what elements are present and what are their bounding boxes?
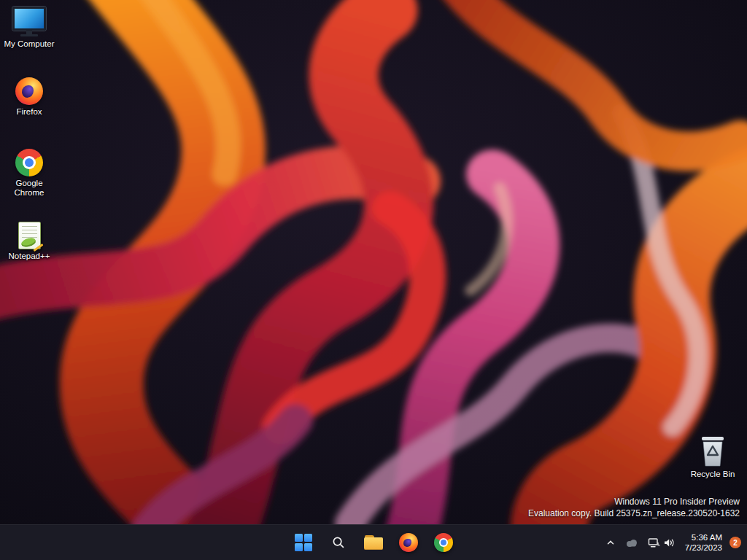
icon-label-recycle-bin: Recycle Bin: [684, 470, 741, 479]
wallpaper-art: [0, 0, 747, 525]
my-computer-icon: [12, 6, 46, 37]
desktop-area[interactable]: My Computer Firefox Google Chrome Notepa…: [0, 0, 747, 525]
icon-label-firefox: Firefox: [1, 107, 58, 117]
notepad-plus-plus-icon: [18, 222, 41, 249]
desktop-icon-google-chrome[interactable]: Google Chrome: [1, 149, 58, 198]
icon-label-google-chrome: Google Chrome: [1, 179, 58, 198]
taskbar-firefox-button[interactable]: [394, 528, 423, 557]
folder-icon: [364, 535, 383, 551]
taskbar-center-group: [289, 525, 458, 560]
notification-badge[interactable]: 2: [729, 537, 741, 548]
clock-date: 7/23/2023: [685, 542, 722, 553]
desktop-icon-notepad-plus-plus[interactable]: Notepad++: [1, 222, 58, 261]
onedrive-cloud-icon: [624, 537, 639, 548]
chrome-icon: [434, 533, 453, 552]
clock-time: 5:36 AM: [685, 532, 722, 542]
taskbar-chrome-button[interactable]: [429, 528, 458, 557]
file-explorer-button[interactable]: [359, 528, 388, 557]
windows-11-desktop: { "desktop": { "icons": [ { "id": "my-co…: [0, 0, 747, 560]
desktop-icon-firefox[interactable]: Firefox: [1, 77, 58, 117]
icon-label-notepad-plus-plus: Notepad++: [1, 252, 58, 261]
volume-icon: [663, 537, 676, 548]
system-tray: 5:36 AM 7/23/2023 2: [602, 525, 744, 560]
evaluation-watermark: Windows 11 Pro Insider Preview Evaluatio…: [528, 496, 740, 519]
network-icon: [648, 537, 660, 548]
start-button[interactable]: [289, 528, 318, 557]
watermark-line1: Windows 11 Pro Insider Preview: [528, 496, 740, 508]
desktop-icon-recycle-bin[interactable]: Recycle Bin: [684, 435, 741, 479]
firefox-icon: [15, 77, 43, 105]
icon-label-my-computer: My Computer: [1, 39, 58, 49]
windows-logo-icon: [295, 534, 312, 551]
taskbar: 5:36 AM 7/23/2023 2: [0, 524, 747, 560]
watermark-line2: Evaluation copy. Build 25375.zn_release.…: [528, 508, 740, 519]
onedrive-tray-button[interactable]: [621, 528, 643, 557]
chevron-up-icon: [605, 537, 616, 548]
search-icon: [332, 536, 345, 549]
firefox-icon: [399, 533, 418, 552]
hidden-icons-button[interactable]: [602, 528, 619, 557]
desktop-icon-my-computer[interactable]: My Computer: [1, 6, 58, 49]
taskbar-clock[interactable]: 5:36 AM 7/23/2023: [681, 532, 727, 553]
network-volume-button[interactable]: [644, 528, 679, 557]
search-button[interactable]: [324, 528, 353, 557]
recycle-bin-icon: [700, 435, 726, 467]
chrome-icon: [15, 149, 43, 176]
